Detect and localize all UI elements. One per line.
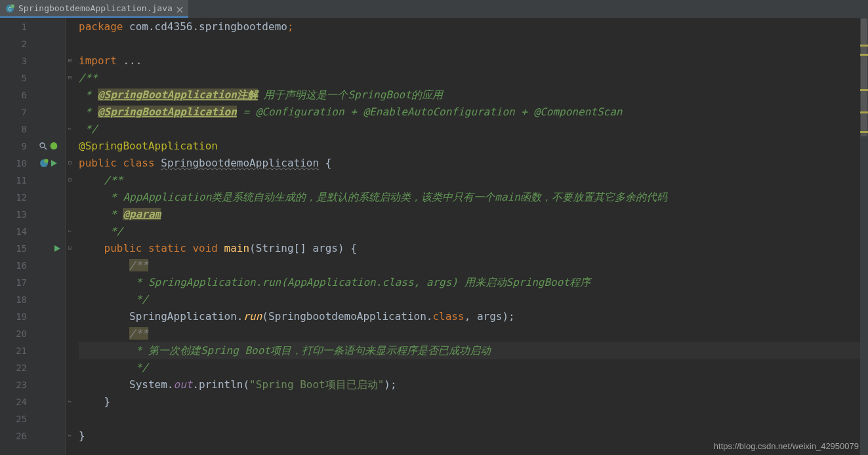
line-number: 13: [0, 206, 27, 223]
spring-bean-icon[interactable]: [39, 159, 49, 168]
tab-filename: SpringbootdemoApplication.java: [18, 3, 173, 13]
spring-leaf-icon[interactable]: [49, 142, 58, 151]
java-class-icon: c: [5, 4, 14, 13]
code-line: @SpringBootApplication: [79, 138, 868, 155]
watermark-url: https://blog.csdn.net/weixin_42950079: [714, 441, 859, 451]
line-number: 21: [0, 342, 27, 359]
run-class-icon[interactable]: [50, 159, 58, 167]
scrollbar-warning-mark[interactable]: [860, 89, 868, 91]
code-line: */: [79, 223, 868, 240]
line-number: 3: [0, 52, 27, 69]
editor-tab[interactable]: c SpringbootdemoApplication.java: [0, 0, 188, 18]
line-number: 25: [0, 410, 27, 427]
line-number: 20: [0, 325, 27, 342]
code-line: * AppApplication类是系统自动生成的，是默认的系统启动类，该类中只…: [79, 189, 868, 206]
svg-point-2: [10, 4, 14, 8]
code-line: * @SpringBootApplication注解 用于声明这是一个Sprin…: [79, 87, 868, 104]
code-line: /**: [79, 325, 868, 342]
line-number: 7: [0, 104, 27, 121]
code-line: */: [79, 359, 868, 376]
svg-point-3: [40, 143, 45, 148]
line-number: 22: [0, 359, 27, 376]
fold-collapse-icon[interactable]: ⊟: [67, 177, 73, 183]
code-line: public static void main(String[] args) {: [79, 240, 868, 257]
tab-bar: c SpringbootdemoApplication.java: [0, 0, 868, 18]
scrollbar-thumb[interactable]: [861, 18, 867, 136]
scrollbar-warning-mark[interactable]: [860, 45, 868, 47]
code-line: /**: [79, 172, 868, 189]
line-number: 24: [0, 393, 27, 410]
fold-column: ⊞ ⊟ ⌙ ⊟ ⊟ ⌙ ⊟ ⌙ ⌙: [66, 18, 75, 455]
line-number: 19: [0, 308, 27, 325]
line-number: 10: [0, 155, 27, 172]
fold-collapse-icon[interactable]: ⊟: [67, 160, 73, 166]
code-line: package com.cd4356.springbootdemo;: [79, 18, 868, 35]
code-line: System.out.println("Spring Boot项目已启动");: [79, 376, 868, 393]
code-line: }: [79, 393, 868, 410]
line-number: 5: [0, 69, 27, 87]
gutter-row-9: [32, 138, 65, 155]
vertical-scrollbar[interactable]: [860, 18, 868, 455]
code-line: import ...: [79, 52, 868, 69]
gutter-row-15: [32, 240, 65, 257]
line-number: 23: [0, 376, 27, 393]
fold-end-icon[interactable]: ⌙: [67, 433, 73, 439]
scrollbar-warning-mark[interactable]: [860, 111, 868, 113]
code-line: SpringApplication.run(SpringbootdemoAppl…: [79, 308, 868, 325]
fold-end-icon[interactable]: ⌙: [67, 126, 73, 132]
code-line: /**: [79, 69, 868, 87]
code-line: * 第一次创建Spring Boot项目，打印一条语句来显示程序是否已成功启动: [79, 342, 868, 359]
line-number: 6: [0, 87, 27, 104]
line-number: 9: [0, 138, 27, 155]
close-icon[interactable]: [176, 5, 183, 12]
fold-collapse-icon[interactable]: ⊟: [67, 245, 73, 251]
fold-end-icon[interactable]: ⌙: [67, 399, 73, 405]
code-line: public class SpringbootdemoApplication {: [79, 155, 868, 172]
code-area[interactable]: package com.cd4356.springbootdemo; impor…: [75, 18, 868, 455]
fold-expand-icon[interactable]: ⊞: [67, 58, 73, 64]
code-line: */: [79, 291, 868, 308]
gutter-icons: [32, 18, 65, 455]
line-number: 18: [0, 291, 27, 308]
scrollbar-warning-mark[interactable]: [860, 131, 868, 133]
code-line: * SpringApplication.run(AppApplication.c…: [79, 274, 868, 291]
code-line: /**: [79, 257, 868, 274]
line-number: 2: [0, 35, 27, 52]
line-number: 11: [0, 172, 27, 189]
scrollbar-warning-mark[interactable]: [860, 54, 868, 56]
svg-point-5: [45, 159, 49, 163]
magnify-icon[interactable]: [39, 142, 48, 151]
fold-collapse-icon[interactable]: ⊟: [67, 75, 73, 81]
code-line: [79, 35, 868, 52]
line-number: 16: [0, 257, 27, 274]
code-line: * @SpringBootApplication = @Configuratio…: [79, 104, 868, 121]
gutter-row-10: [32, 155, 65, 172]
line-number: 8: [0, 121, 27, 138]
line-number: 17: [0, 274, 27, 291]
line-number: 12: [0, 189, 27, 206]
gutter: 1 2 3 5 6 7 8 9 10 11 12 13 14 15 16 17 …: [0, 18, 66, 455]
line-number: 26: [0, 427, 27, 445]
line-number: 14: [0, 223, 27, 240]
code-line: [79, 410, 868, 427]
line-number: 15: [0, 240, 27, 257]
fold-end-icon[interactable]: ⌙: [67, 228, 73, 234]
code-line: */: [79, 121, 868, 138]
line-number: 1: [0, 18, 27, 35]
run-method-icon[interactable]: [53, 245, 61, 252]
line-numbers: 1 2 3 5 6 7 8 9 10 11 12 13 14 15 16 17 …: [0, 18, 32, 455]
code-line: * @param: [79, 206, 868, 223]
code-editor[interactable]: 1 2 3 5 6 7 8 9 10 11 12 13 14 15 16 17 …: [0, 18, 868, 455]
